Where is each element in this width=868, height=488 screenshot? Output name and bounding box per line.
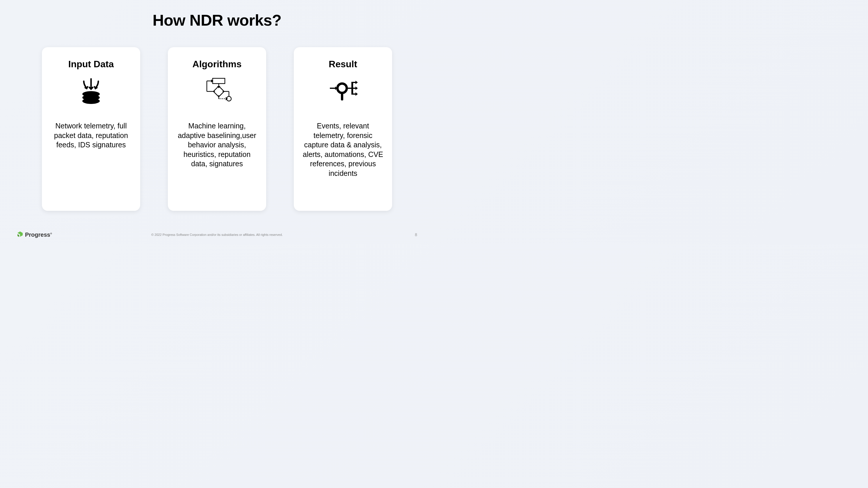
- card-title: Algorithms: [192, 59, 242, 69]
- cards-container: Input Data Network telemetry, full packe…: [0, 47, 434, 211]
- svg-point-17: [337, 84, 347, 93]
- page-number: 8: [415, 232, 417, 237]
- search-branch-icon: [326, 76, 361, 105]
- copyright-text: © 2022 Progress Software Corporation and…: [151, 233, 283, 236]
- brand-logo: Progress®: [17, 231, 52, 238]
- card-title: Result: [329, 59, 357, 69]
- card-result: Result Events, relevant telemetry, foren…: [294, 47, 392, 211]
- flowchart-icon: [199, 76, 235, 105]
- card-input-data: Input Data Network telemetry, full packe…: [42, 47, 140, 211]
- svg-rect-18: [341, 92, 343, 101]
- brand-name: Progress®: [25, 231, 52, 238]
- card-algorithms: Algorithms Machine learning, adaptive ba…: [168, 47, 266, 211]
- card-body: Network telemetry, full packet data, rep…: [51, 121, 131, 150]
- svg-point-2: [82, 98, 100, 104]
- card-title: Input Data: [68, 59, 114, 69]
- card-body: Machine learning, adaptive baselining,us…: [177, 121, 257, 169]
- progress-logo-icon: [17, 231, 23, 238]
- svg-rect-19: [351, 82, 353, 95]
- footer: Progress® © 2022 Progress Software Corpo…: [0, 231, 434, 238]
- card-body: Events, relevant telemetry, forensic cap…: [303, 121, 383, 178]
- slide-title: How NDR works?: [0, 0, 434, 29]
- data-ingest-icon: [73, 76, 108, 105]
- svg-rect-3: [213, 78, 225, 84]
